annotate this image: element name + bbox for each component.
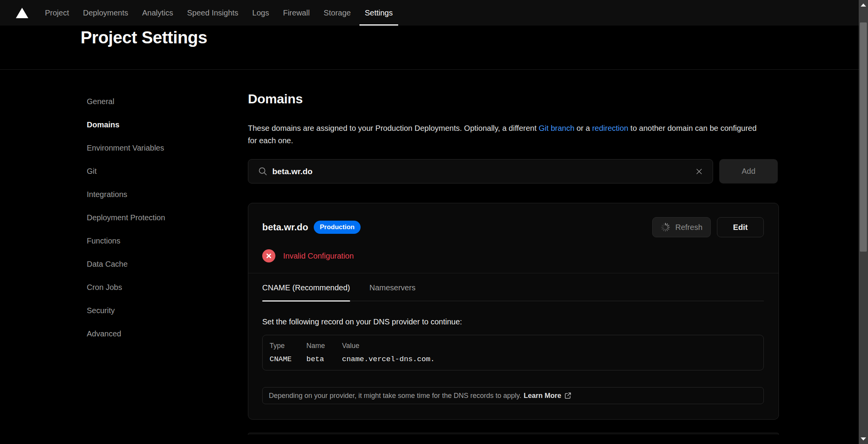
nav-item-storage[interactable]: Storage	[317, 0, 358, 26]
nav-item-speed-insights[interactable]: Speed Insights	[180, 0, 245, 26]
dns-header-type: Type	[270, 342, 306, 350]
dns-value-name: beta	[306, 355, 342, 363]
sidebar-item-integrations[interactable]: Integrations	[87, 190, 211, 199]
domain-card: beta.wr.do Production	[248, 203, 779, 420]
domains-section: Domains These domains are assigned to yo…	[248, 91, 779, 435]
domain-name: beta.wr.do	[262, 222, 308, 233]
triangle-icon	[16, 8, 28, 18]
dns-value-type: CNAME	[270, 355, 306, 363]
dns-value-target: cname.vercel-dns.com.	[342, 355, 756, 363]
search-icon	[258, 166, 268, 178]
description-text-2: or a	[574, 124, 592, 132]
redirection-link[interactable]: redirection	[592, 124, 628, 132]
page-header: Project Settings	[0, 26, 859, 70]
scroll-down-arrow-icon[interactable]	[861, 437, 866, 441]
vercel-project-settings-screen: Project Deployments Analytics Speed Insi…	[0, 0, 868, 444]
nav-item-settings[interactable]: Settings	[358, 0, 400, 26]
production-badge: Production	[314, 221, 361, 234]
card-divider	[248, 273, 779, 273]
domain-card-top: beta.wr.do Production	[248, 203, 779, 262]
domain-card-body: CNAME (Recommended) Nameservers Set the …	[248, 283, 779, 404]
error-circle-x-icon	[262, 249, 275, 262]
nav-item-project[interactable]: Project	[38, 0, 76, 26]
clear-search-icon[interactable]	[693, 165, 706, 178]
sidebar-item-general[interactable]: General	[87, 97, 211, 106]
learn-more-link[interactable]: Learn More	[524, 392, 572, 400]
dns-record-row: CNAME beta cname.vercel-dns.com.	[270, 355, 756, 363]
section-title: Domains	[248, 91, 779, 106]
sidebar-item-git[interactable]: Git	[87, 166, 211, 176]
scroll-up-arrow-icon[interactable]	[861, 3, 866, 7]
description-text-1: These domains are assigned to your Produ…	[248, 124, 539, 132]
sidebar-item-environment-variables[interactable]: Environment Variables	[87, 143, 211, 153]
nav-item-analytics[interactable]: Analytics	[135, 0, 180, 26]
content-area: General Domains Environment Variables Gi…	[0, 70, 859, 435]
git-branch-link[interactable]: Git branch	[539, 124, 574, 132]
nav-item-logs[interactable]: Logs	[245, 0, 276, 26]
page: Project Deployments Analytics Speed Insi…	[0, 0, 859, 444]
domains-description: These domains are assigned to your Produ…	[248, 122, 767, 147]
scrollbar-thumb[interactable]	[860, 22, 867, 252]
nav-item-firewall[interactable]: Firewall	[276, 0, 317, 26]
vertical-scrollbar[interactable]	[859, 0, 868, 444]
settings-sidebar: General Domains Environment Variables Gi…	[87, 91, 211, 435]
spinner-icon	[660, 222, 670, 232]
next-card-edge	[248, 433, 779, 435]
domain-search-input[interactable]	[272, 166, 689, 177]
dns-header-name: Name	[306, 342, 342, 350]
sidebar-item-deployment-protection[interactable]: Deployment Protection	[87, 213, 211, 222]
status-text: Invalid Configuration	[283, 252, 354, 261]
sidebar-item-data-cache[interactable]: Data Cache	[87, 259, 211, 269]
sidebar-item-security[interactable]: Security	[87, 306, 211, 315]
sidebar-item-domains[interactable]: Domains	[87, 120, 211, 129]
page-title: Project Settings	[0, 26, 859, 47]
dns-note-box: Depending on your provider, it might tak…	[262, 387, 764, 404]
sidebar-item-cron-jobs[interactable]: Cron Jobs	[87, 283, 211, 292]
sidebar-item-functions[interactable]: Functions	[87, 236, 211, 245]
learn-more-label: Learn More	[524, 392, 561, 400]
dns-method-tabs: CNAME (Recommended) Nameservers	[262, 283, 764, 301]
add-domain-button[interactable]: Add	[719, 159, 778, 183]
domain-card-header: beta.wr.do Production	[262, 217, 764, 237]
top-nav: Project Deployments Analytics Speed Insi…	[0, 0, 859, 26]
domain-search-row: Add	[248, 159, 779, 183]
tab-nameservers[interactable]: Nameservers	[370, 283, 416, 301]
domain-status-row: Invalid Configuration	[262, 249, 764, 262]
dns-record-table: Type Name Value CNAME beta cname.vercel-…	[262, 335, 764, 370]
dns-note-text: Depending on your provider, it might tak…	[269, 392, 521, 400]
vercel-logo-icon[interactable]	[15, 7, 29, 19]
dns-instruction: Set the following record on your DNS pro…	[262, 317, 764, 326]
refresh-button-label: Refresh	[675, 223, 702, 232]
refresh-button[interactable]: Refresh	[652, 217, 711, 237]
nav-item-deployments[interactable]: Deployments	[76, 0, 135, 26]
sidebar-item-advanced[interactable]: Advanced	[87, 329, 211, 338]
edit-button[interactable]: Edit	[717, 217, 764, 237]
external-link-icon	[564, 392, 572, 399]
tab-cname-recommended[interactable]: CNAME (Recommended)	[262, 283, 350, 301]
dns-record-headers: Type Name Value	[270, 342, 756, 350]
domain-search-box[interactable]	[248, 159, 713, 183]
dns-header-value: Value	[342, 342, 756, 350]
